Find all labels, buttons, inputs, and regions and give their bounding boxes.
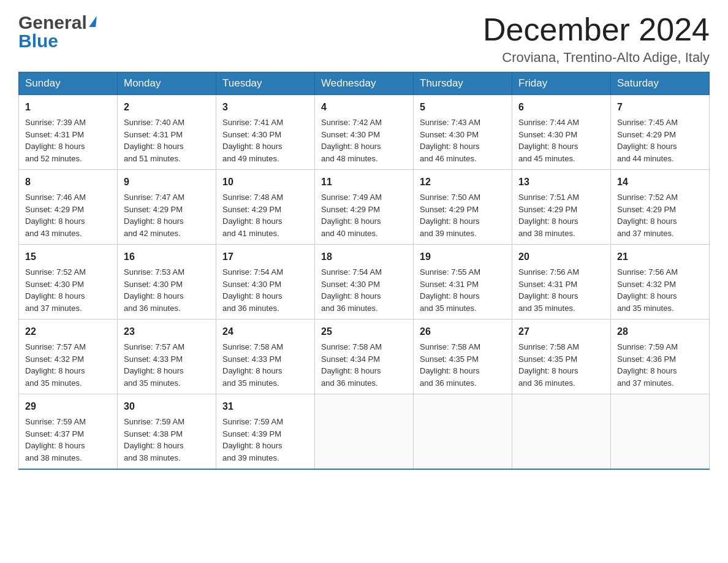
sunrise-text: Sunrise: 7:46 AM bbox=[25, 191, 111, 204]
logo-triangle-icon bbox=[89, 16, 97, 27]
day-info: Sunrise: 7:59 AMSunset: 4:36 PMDaylight:… bbox=[617, 341, 703, 389]
day-number: 5 bbox=[420, 100, 506, 115]
weekday-header-row: SundayMondayTuesdayWednesdayThursdayFrid… bbox=[19, 72, 710, 95]
sunrise-text: Sunrise: 7:59 AM bbox=[124, 416, 210, 428]
daylight-text: Daylight: 8 hours bbox=[420, 365, 506, 377]
calendar-cell: 23Sunrise: 7:57 AMSunset: 4:33 PMDayligh… bbox=[118, 320, 216, 394]
weekday-header-thursday: Thursday bbox=[414, 72, 512, 95]
day-number: 23 bbox=[124, 324, 210, 339]
calendar-cell: 20Sunrise: 7:56 AMSunset: 4:31 PMDayligh… bbox=[512, 245, 611, 320]
daylight-minutes: and 46 minutes. bbox=[420, 153, 506, 165]
daylight-text: Daylight: 8 hours bbox=[518, 365, 604, 377]
calendar-cell: 30Sunrise: 7:59 AMSunset: 4:38 PMDayligh… bbox=[118, 394, 216, 470]
calendar-cell: 22Sunrise: 7:57 AMSunset: 4:32 PMDayligh… bbox=[19, 320, 118, 394]
calendar-cell: 27Sunrise: 7:58 AMSunset: 4:35 PMDayligh… bbox=[512, 320, 611, 394]
sunrise-text: Sunrise: 7:59 AM bbox=[222, 416, 308, 428]
daylight-minutes: and 35 minutes. bbox=[420, 302, 506, 315]
sunset-text: Sunset: 4:29 PM bbox=[124, 204, 210, 216]
sunrise-text: Sunrise: 7:56 AM bbox=[518, 266, 604, 278]
daylight-text: Daylight: 8 hours bbox=[124, 290, 210, 302]
sunset-text: Sunset: 4:30 PM bbox=[420, 129, 506, 141]
daylight-minutes: and 36 minutes. bbox=[321, 377, 407, 389]
sunset-text: Sunset: 4:31 PM bbox=[420, 278, 506, 291]
sunrise-text: Sunrise: 7:56 AM bbox=[617, 266, 703, 278]
daylight-text: Daylight: 8 hours bbox=[420, 140, 506, 153]
sunset-text: Sunset: 4:31 PM bbox=[124, 129, 210, 141]
day-number: 20 bbox=[518, 250, 604, 264]
day-info: Sunrise: 7:47 AMSunset: 4:29 PMDaylight:… bbox=[124, 191, 210, 239]
calendar-cell: 1Sunrise: 7:39 AMSunset: 4:31 PMDaylight… bbox=[19, 95, 118, 170]
daylight-minutes: and 49 minutes. bbox=[222, 153, 308, 165]
day-number: 26 bbox=[420, 324, 506, 339]
sunrise-text: Sunrise: 7:58 AM bbox=[321, 341, 407, 353]
sunset-text: Sunset: 4:29 PM bbox=[617, 204, 703, 216]
day-info: Sunrise: 7:41 AMSunset: 4:30 PMDaylight:… bbox=[222, 117, 308, 164]
daylight-minutes: and 36 minutes. bbox=[124, 302, 210, 315]
sunrise-text: Sunrise: 7:45 AM bbox=[617, 117, 703, 129]
daylight-text: Daylight: 8 hours bbox=[420, 215, 506, 228]
calendar-subtitle: Croviana, Trentino-Alto Adige, Italy bbox=[483, 50, 710, 66]
sunrise-text: Sunrise: 7:57 AM bbox=[25, 341, 111, 353]
sunrise-text: Sunrise: 7:49 AM bbox=[321, 191, 407, 204]
sunset-text: Sunset: 4:30 PM bbox=[321, 129, 407, 141]
calendar-week-row: 22Sunrise: 7:57 AMSunset: 4:32 PMDayligh… bbox=[19, 320, 710, 394]
calendar-cell: 8Sunrise: 7:46 AMSunset: 4:29 PMDaylight… bbox=[19, 170, 118, 245]
daylight-text: Daylight: 8 hours bbox=[518, 290, 604, 302]
day-number: 6 bbox=[518, 100, 604, 115]
sunset-text: Sunset: 4:39 PM bbox=[222, 428, 308, 440]
day-info: Sunrise: 7:54 AMSunset: 4:30 PMDaylight:… bbox=[222, 266, 308, 314]
day-number: 8 bbox=[25, 175, 111, 190]
daylight-minutes: and 37 minutes. bbox=[25, 302, 111, 315]
daylight-text: Daylight: 8 hours bbox=[617, 365, 703, 377]
sunrise-text: Sunrise: 7:51 AM bbox=[518, 191, 604, 204]
day-info: Sunrise: 7:58 AMSunset: 4:35 PMDaylight:… bbox=[518, 341, 604, 389]
calendar-cell bbox=[414, 394, 512, 470]
calendar-cell: 15Sunrise: 7:52 AMSunset: 4:30 PMDayligh… bbox=[19, 245, 118, 320]
day-number: 2 bbox=[124, 100, 210, 115]
sunrise-text: Sunrise: 7:55 AM bbox=[420, 266, 506, 278]
daylight-minutes: and 44 minutes. bbox=[617, 153, 703, 165]
sunrise-text: Sunrise: 7:44 AM bbox=[518, 117, 604, 129]
calendar-cell: 6Sunrise: 7:44 AMSunset: 4:30 PMDaylight… bbox=[512, 95, 611, 170]
sunrise-text: Sunrise: 7:58 AM bbox=[420, 341, 506, 353]
logo: General Blue bbox=[18, 12, 96, 52]
calendar-cell: 2Sunrise: 7:40 AMSunset: 4:31 PMDaylight… bbox=[118, 95, 216, 170]
calendar-title: December 2024 bbox=[483, 12, 710, 47]
daylight-text: Daylight: 8 hours bbox=[124, 140, 210, 153]
day-info: Sunrise: 7:59 AMSunset: 4:38 PMDaylight:… bbox=[124, 416, 210, 464]
day-number: 14 bbox=[617, 175, 703, 190]
sunrise-text: Sunrise: 7:54 AM bbox=[222, 266, 308, 278]
calendar-cell: 28Sunrise: 7:59 AMSunset: 4:36 PMDayligh… bbox=[611, 320, 710, 394]
sunset-text: Sunset: 4:34 PM bbox=[321, 353, 407, 366]
sunrise-text: Sunrise: 7:59 AM bbox=[617, 341, 703, 353]
day-number: 30 bbox=[124, 399, 210, 414]
sunset-text: Sunset: 4:33 PM bbox=[124, 353, 210, 366]
daylight-text: Daylight: 8 hours bbox=[25, 140, 111, 153]
day-number: 4 bbox=[321, 100, 407, 115]
weekday-header-sunday: Sunday bbox=[19, 72, 118, 95]
daylight-minutes: and 37 minutes. bbox=[617, 228, 703, 240]
daylight-text: Daylight: 8 hours bbox=[617, 140, 703, 153]
sunset-text: Sunset: 4:30 PM bbox=[222, 129, 308, 141]
daylight-text: Daylight: 8 hours bbox=[25, 365, 111, 377]
sunrise-text: Sunrise: 7:53 AM bbox=[124, 266, 210, 278]
day-info: Sunrise: 7:56 AMSunset: 4:32 PMDaylight:… bbox=[617, 266, 703, 314]
day-number: 13 bbox=[518, 175, 604, 190]
calendar-cell: 21Sunrise: 7:56 AMSunset: 4:32 PMDayligh… bbox=[611, 245, 710, 320]
daylight-text: Daylight: 8 hours bbox=[222, 290, 308, 302]
sunset-text: Sunset: 4:31 PM bbox=[25, 129, 111, 141]
day-info: Sunrise: 7:51 AMSunset: 4:29 PMDaylight:… bbox=[518, 191, 604, 239]
daylight-text: Daylight: 8 hours bbox=[420, 290, 506, 302]
daylight-text: Daylight: 8 hours bbox=[617, 290, 703, 302]
daylight-text: Daylight: 8 hours bbox=[222, 365, 308, 377]
day-number: 1 bbox=[25, 100, 111, 115]
daylight-minutes: and 52 minutes. bbox=[25, 153, 111, 165]
daylight-minutes: and 35 minutes. bbox=[222, 377, 308, 389]
daylight-minutes: and 36 minutes. bbox=[321, 302, 407, 315]
day-info: Sunrise: 7:58 AMSunset: 4:33 PMDaylight:… bbox=[222, 341, 308, 389]
sunrise-text: Sunrise: 7:58 AM bbox=[222, 341, 308, 353]
day-number: 9 bbox=[124, 175, 210, 190]
daylight-text: Daylight: 8 hours bbox=[25, 440, 111, 452]
day-info: Sunrise: 7:40 AMSunset: 4:31 PMDaylight:… bbox=[124, 117, 210, 164]
sunset-text: Sunset: 4:35 PM bbox=[420, 353, 506, 366]
